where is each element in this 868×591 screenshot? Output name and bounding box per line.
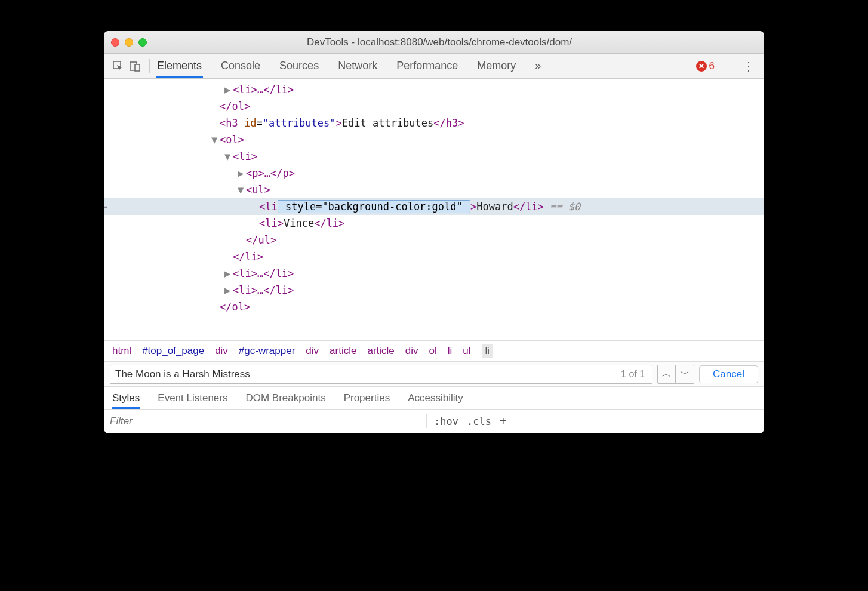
dom-breadcrumb: html#top_of_pagediv#gc-wrapperdivarticle… xyxy=(104,340,764,362)
cls-toggle[interactable]: .cls xyxy=(467,415,491,427)
dom-tree-row[interactable]: ▼<ol> xyxy=(104,131,764,148)
subtab-dom-breakpoints[interactable]: DOM Breakpoints xyxy=(245,387,325,409)
search-next-button[interactable]: ﹀ xyxy=(676,365,694,383)
toolbar-right: ✕ 6 ⋮ xyxy=(696,59,758,73)
toolbar-separator xyxy=(149,59,150,73)
search-input-container: 1 of 1 xyxy=(110,365,652,384)
inspect-element-icon[interactable] xyxy=(110,60,127,72)
error-badge[interactable]: ✕ 6 xyxy=(696,60,715,72)
tab-memory[interactable]: Memory xyxy=(476,54,517,78)
tab-elements[interactable]: Elements xyxy=(156,54,203,78)
dom-tree-row[interactable]: <li>Vince</li> xyxy=(104,215,764,232)
dom-tree-pane[interactable]: ▶<li>…</li> </ol> <h3 id="attributes">Ed… xyxy=(104,79,764,340)
close-window-button[interactable] xyxy=(111,38,119,47)
settings-menu-icon[interactable]: ⋮ xyxy=(739,59,758,73)
window-title: DevTools - localhost:8080/web/tools/chro… xyxy=(158,36,757,48)
search-input[interactable] xyxy=(115,368,618,380)
search-nav-buttons: ︿ ﹀ xyxy=(657,365,694,384)
search-match-count: 1 of 1 xyxy=(618,369,647,380)
dom-tree-row[interactable]: </ul> xyxy=(104,232,764,248)
devtools-window: DevTools - localhost:8080/web/tools/chro… xyxy=(104,31,764,433)
minimize-window-button[interactable] xyxy=(125,38,133,47)
tab-overflow[interactable]: » xyxy=(534,54,542,78)
breadcrumb-item[interactable]: article xyxy=(330,345,356,357)
dom-tree-row[interactable]: ▼<li> xyxy=(104,148,764,165)
tab-network[interactable]: Network xyxy=(337,54,378,78)
breadcrumb-item[interactable]: div xyxy=(306,345,319,357)
styles-divider xyxy=(518,410,518,433)
dom-tree-row[interactable]: <li style="background-color:gold" >Howar… xyxy=(104,198,764,215)
dom-tree-row[interactable]: <h3 id="attributes">Edit attributes</h3> xyxy=(104,115,764,131)
maximize-window-button[interactable] xyxy=(138,38,147,47)
hov-toggle[interactable]: :hov xyxy=(434,415,458,427)
subtab-event-listeners[interactable]: Event Listeners xyxy=(158,387,227,409)
breadcrumb-item[interactable]: div xyxy=(405,345,418,357)
subtab-styles[interactable]: Styles xyxy=(112,387,140,409)
title-bar: DevTools - localhost:8080/web/tools/chro… xyxy=(104,31,764,54)
dom-tree-row[interactable]: ▶<li>…</li> xyxy=(104,81,764,98)
svg-rect-2 xyxy=(135,64,140,71)
dom-tree-row[interactable]: ▶<p>…</p> xyxy=(104,165,764,181)
breadcrumb-item[interactable]: div xyxy=(215,345,228,357)
styles-filter-input[interactable] xyxy=(104,415,426,427)
toolbar-separator xyxy=(727,59,727,73)
traffic-lights xyxy=(111,38,147,47)
breadcrumb-item[interactable]: #top_of_page xyxy=(142,345,204,357)
tab-performance[interactable]: Performance xyxy=(395,54,459,78)
subtab-properties[interactable]: Properties xyxy=(344,387,390,409)
styles-subtabs: Styles Event Listeners DOM Breakpoints P… xyxy=(104,387,764,410)
device-toolbar-icon[interactable] xyxy=(127,60,143,72)
dom-tree-row[interactable]: </ol> xyxy=(104,98,764,115)
dom-tree-row[interactable]: ▼<ul> xyxy=(104,181,764,198)
error-count: 6 xyxy=(709,60,715,72)
tab-console[interactable]: Console xyxy=(220,54,261,78)
dom-tree-row[interactable]: </ol> xyxy=(104,298,764,315)
search-cancel-button[interactable]: Cancel xyxy=(699,365,758,383)
tab-sources[interactable]: Sources xyxy=(278,54,320,78)
breadcrumb-item[interactable]: li xyxy=(448,345,453,357)
dom-tree-row[interactable]: ▶<li>…</li> xyxy=(104,282,764,298)
main-toolbar: Elements Console Sources Network Perform… xyxy=(104,54,764,79)
find-bar: 1 of 1 ︿ ﹀ Cancel xyxy=(104,362,764,387)
breadcrumb-item[interactable]: html xyxy=(112,345,131,357)
breadcrumb-item[interactable]: ul xyxy=(463,345,470,357)
breadcrumb-item[interactable]: li xyxy=(482,344,494,358)
breadcrumb-item[interactable]: article xyxy=(367,345,394,357)
dom-tree-row[interactable]: </li> xyxy=(104,248,764,265)
new-style-rule-button[interactable]: + xyxy=(500,414,507,428)
panel-tabs: Elements Console Sources Network Perform… xyxy=(156,54,542,78)
error-icon: ✕ xyxy=(696,61,707,72)
breadcrumb-item[interactable]: ol xyxy=(429,345,437,357)
styles-filter-controls: :hov .cls + xyxy=(426,414,514,428)
dom-tree-row[interactable]: ▶<li>…</li> xyxy=(104,265,764,282)
subtab-accessibility[interactable]: Accessibility xyxy=(408,387,463,409)
styles-filter-bar: :hov .cls + xyxy=(104,410,764,433)
breadcrumb-item[interactable]: #gc-wrapper xyxy=(239,345,296,357)
search-prev-button[interactable]: ︿ xyxy=(658,365,676,383)
